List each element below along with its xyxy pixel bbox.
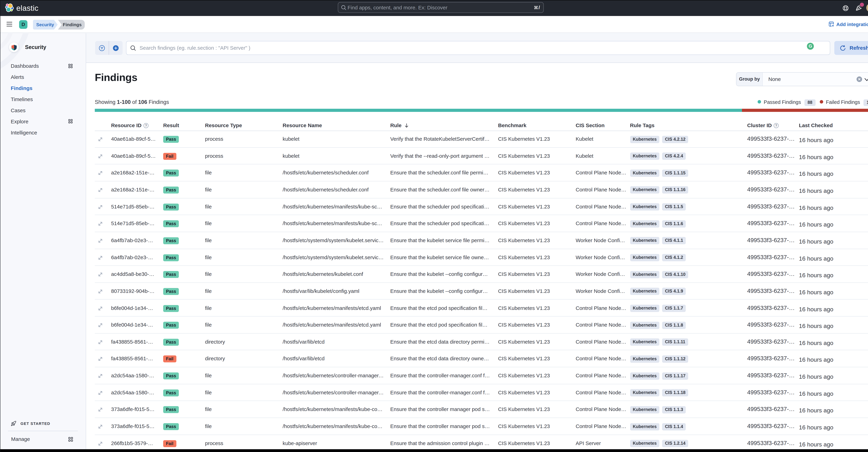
svg-text:?: ? [775,123,777,127]
svg-text:Security: Security [36,22,54,27]
svg-text:Findings: Findings [63,22,82,27]
svg-text:?: ? [145,123,147,127]
